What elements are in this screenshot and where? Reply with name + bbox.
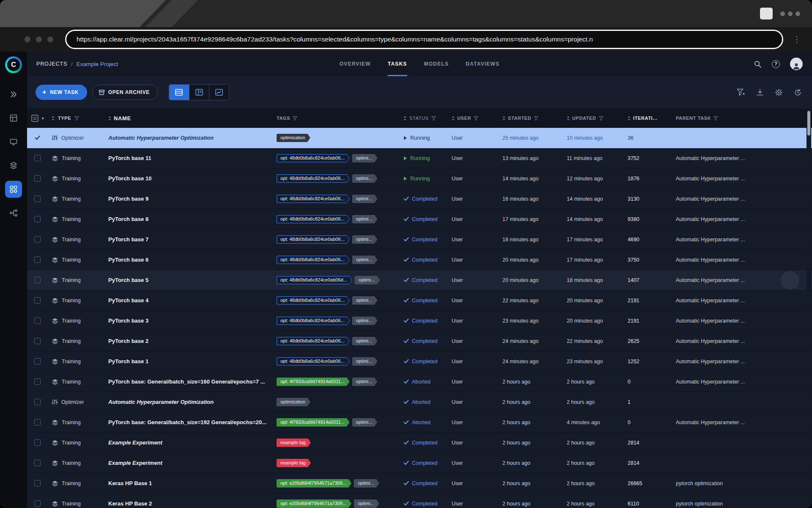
column-header-iterations[interactable]: ITERATI... xyxy=(628,116,676,121)
split-view-button[interactable] xyxy=(189,85,209,100)
row-select-cell[interactable] xyxy=(27,135,52,140)
row-select-cell[interactable] xyxy=(27,439,52,446)
chart-view-button[interactable] xyxy=(209,85,229,100)
breadcrumb-projects[interactable]: PROJECTS xyxy=(36,61,67,67)
column-header-status[interactable]: STATUS xyxy=(403,116,452,121)
tag[interactable]: opt: 48db0b8a6c824ce0ab06... xyxy=(277,154,350,163)
search-icon[interactable] xyxy=(754,60,762,68)
checkbox-icon[interactable] xyxy=(34,338,41,344)
tag[interactable]: opt: 48db0b8a6c824ce0ab06... xyxy=(277,174,350,183)
tag[interactable]: opt: 4f7833ca5fd74914a0311... xyxy=(277,418,350,427)
filter-icon[interactable] xyxy=(293,116,297,121)
browser-extension-icon[interactable] xyxy=(760,8,773,19)
filter-icon[interactable] xyxy=(713,116,718,121)
task-row[interactable]: TrainingPyTorch base 8opt: 48db0b8a6c824… xyxy=(27,209,812,229)
task-name[interactable]: Automatic Hyperparameter Optimization xyxy=(108,135,277,141)
tag[interactable]: opt: 48db0b8a6c824ce0ab06... xyxy=(277,296,350,305)
column-header-started[interactable]: STARTED xyxy=(502,116,567,121)
tag[interactable]: opt: 48db0b8a6c824ce0ab06... xyxy=(277,256,350,264)
tag[interactable]: opt: 4f7833ca5fd74914a0311... xyxy=(277,378,350,386)
tag[interactable]: optimi... xyxy=(352,195,378,203)
task-row[interactable]: TrainingExample Experimentexample tagCom… xyxy=(27,453,812,473)
select-all-checkbox-icon[interactable] xyxy=(31,115,38,122)
column-header-type[interactable]: TYPE xyxy=(52,116,108,121)
tag[interactable]: opt: 48db0b8a6c824ce0ab06... xyxy=(277,317,350,325)
checkbox-icon[interactable] xyxy=(34,175,41,182)
checkbox-icon[interactable] xyxy=(34,460,41,466)
task-row[interactable]: TrainingExample Experimentexample tagCom… xyxy=(27,433,812,453)
task-row[interactable]: TrainingPyTorch base 4opt: 48db0b8a6c824… xyxy=(27,290,812,311)
tag[interactable]: opt: e205d684f7954571a7309... xyxy=(277,500,351,508)
tag[interactable]: opt: 48db0b8a6c824ce0ab06... xyxy=(277,215,350,224)
tab-overview[interactable]: OVERVIEW xyxy=(340,52,371,76)
row-select-cell[interactable] xyxy=(27,399,52,405)
checkbox-icon[interactable] xyxy=(34,216,41,222)
sort-icon[interactable] xyxy=(452,116,455,121)
tag[interactable]: opt: 48db0b8a6c824ce0ab06d... xyxy=(277,276,352,284)
auto-refresh-icon[interactable] xyxy=(794,88,802,97)
checkbox-icon[interactable] xyxy=(34,196,41,202)
checkbox-checked-icon[interactable] xyxy=(35,135,40,140)
checkbox-icon[interactable] xyxy=(34,277,41,283)
tag[interactable]: optimi... xyxy=(352,357,378,366)
tag[interactable]: optimi... xyxy=(352,378,378,386)
settings-icon[interactable] xyxy=(775,88,783,97)
tag[interactable]: optimi... xyxy=(352,296,378,305)
sort-icon[interactable] xyxy=(502,116,505,121)
task-name[interactable]: Example Experiment xyxy=(108,439,277,446)
task-row[interactable]: TrainingPyTorch base: General/batch_size… xyxy=(27,372,812,392)
sort-icon[interactable] xyxy=(108,116,111,121)
task-row[interactable]: OptimizerAutomatic Hyperparameter Optimi… xyxy=(27,392,812,412)
task-row[interactable]: TrainingPyTorch base: General/batch_size… xyxy=(27,412,812,433)
task-name[interactable]: PyTorch base 8 xyxy=(108,216,277,222)
task-name[interactable]: PyTorch base 1 xyxy=(108,358,277,364)
select-dropdown-caret-icon[interactable]: ▾ xyxy=(42,116,44,121)
task-name[interactable]: PyTorch base 9 xyxy=(108,196,277,202)
checkbox-icon[interactable] xyxy=(34,500,41,507)
sort-icon[interactable] xyxy=(628,116,631,121)
new-task-button[interactable]: + NEW TASK xyxy=(36,85,87,100)
checkbox-icon[interactable] xyxy=(34,257,41,263)
task-name[interactable]: PyTorch base 4 xyxy=(108,297,277,304)
help-icon[interactable]: ? xyxy=(772,60,780,68)
checkbox-icon[interactable] xyxy=(34,439,41,446)
task-row[interactable]: TrainingPyTorch base 11opt: 48db0b8a6c82… xyxy=(27,148,812,168)
checkbox-icon[interactable] xyxy=(34,419,41,425)
task-row[interactable]: OptimizerAutomatic Hyperparameter Optimi… xyxy=(27,128,812,148)
tag[interactable]: optimization xyxy=(277,134,310,142)
row-select-cell[interactable] xyxy=(27,460,52,466)
row-select-cell[interactable] xyxy=(27,155,52,161)
column-header-user[interactable]: USER xyxy=(452,116,502,121)
row-select-cell[interactable] xyxy=(27,419,52,425)
row-select-cell[interactable] xyxy=(27,277,52,283)
tab-tasks[interactable]: TASKS xyxy=(388,52,407,76)
sidebar-item-pipelines[interactable] xyxy=(5,204,22,221)
filter-icon[interactable] xyxy=(534,116,538,121)
sidebar-item-reports[interactable] xyxy=(5,110,22,127)
row-select-cell[interactable] xyxy=(27,318,52,324)
sidebar-item-projects[interactable] xyxy=(5,86,22,103)
sort-icon[interactable] xyxy=(52,116,55,121)
filter-icon[interactable] xyxy=(74,116,79,121)
task-row[interactable]: TrainingPyTorch base 3opt: 48db0b8a6c824… xyxy=(27,311,812,331)
checkbox-icon[interactable] xyxy=(34,318,41,324)
tag[interactable]: opt: 48db0b8a6c824ce0ab06... xyxy=(277,357,350,366)
task-row[interactable]: TrainingPyTorch base 7opt: 48db0b8a6c824… xyxy=(27,229,812,250)
tag[interactable]: optimization xyxy=(277,398,310,406)
row-select-cell[interactable] xyxy=(27,236,52,243)
column-header-parent[interactable]: PARENT TASK xyxy=(676,116,812,121)
filter-icon[interactable] xyxy=(474,116,478,121)
sidebar-item-applications[interactable] xyxy=(5,181,22,198)
task-name[interactable]: PyTorch base: General/batch_size=160 Gen… xyxy=(108,378,277,385)
checkbox-icon[interactable] xyxy=(34,399,41,405)
task-row[interactable]: TrainingPyTorch base 9opt: 48db0b8a6c824… xyxy=(27,189,812,209)
checkbox-icon[interactable] xyxy=(34,236,41,243)
task-name[interactable]: PyTorch base 11 xyxy=(108,155,277,161)
tag[interactable]: opt: e205d684f7954571a7309... xyxy=(277,479,351,488)
row-select-cell[interactable] xyxy=(27,378,52,385)
task-row[interactable]: TrainingKeras HP Base 2opt: e205d684f795… xyxy=(27,494,812,508)
task-name[interactable]: PyTorch base 5 xyxy=(108,277,277,283)
checkbox-icon[interactable] xyxy=(34,480,41,486)
tag[interactable]: optimi... xyxy=(352,235,378,244)
checkbox-icon[interactable] xyxy=(34,155,41,161)
